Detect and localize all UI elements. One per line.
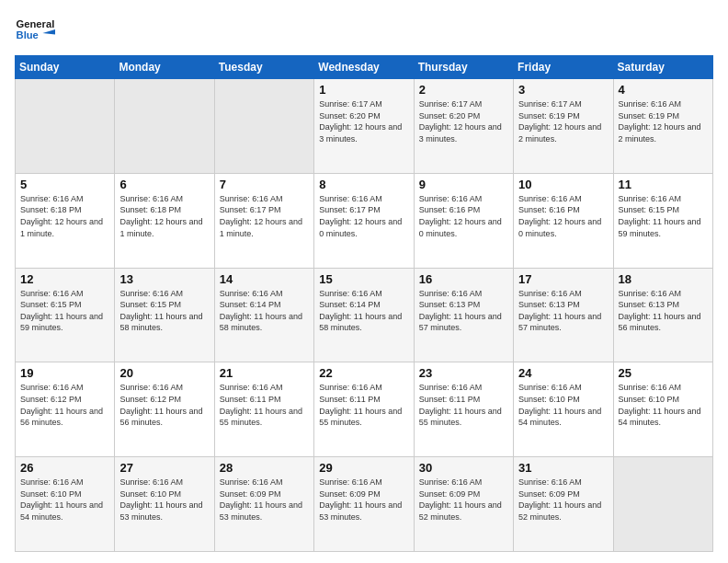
day-info: Sunrise: 6:16 AM Sunset: 6:10 PM Dayligh… — [119, 477, 209, 523]
day-number: 11 — [619, 178, 708, 191]
day-info: Sunrise: 6:16 AM Sunset: 6:10 PM Dayligh… — [20, 477, 109, 523]
calendar-cell: 20Sunrise: 6:16 AM Sunset: 6:12 PM Dayli… — [115, 362, 214, 457]
calendar-cell: 12Sunrise: 6:16 AM Sunset: 6:15 PM Dayli… — [16, 268, 115, 362]
day-number: 8 — [319, 178, 408, 191]
day-info: Sunrise: 6:16 AM Sunset: 6:17 PM Dayligh… — [319, 193, 408, 239]
day-number: 12 — [20, 272, 109, 286]
day-info: Sunrise: 6:16 AM Sunset: 6:18 PM Dayligh… — [119, 193, 209, 239]
calendar-cell — [613, 457, 712, 552]
weekday-header-wednesday: Wednesday — [314, 56, 414, 79]
day-number: 20 — [119, 366, 209, 380]
calendar-cell — [16, 79, 115, 174]
day-info: Sunrise: 6:16 AM Sunset: 6:13 PM Dayligh… — [419, 288, 508, 334]
day-info: Sunrise: 6:16 AM Sunset: 6:09 PM Dayligh… — [518, 477, 608, 523]
svg-text:General: General — [17, 18, 55, 29]
calendar-week-3: 12Sunrise: 6:16 AM Sunset: 6:15 PM Dayli… — [16, 268, 713, 362]
day-number: 19 — [20, 366, 109, 380]
day-info: Sunrise: 6:16 AM Sunset: 6:13 PM Dayligh… — [619, 288, 708, 334]
calendar-cell: 28Sunrise: 6:16 AM Sunset: 6:09 PM Dayli… — [214, 457, 313, 552]
calendar-cell: 16Sunrise: 6:16 AM Sunset: 6:13 PM Dayli… — [414, 268, 513, 362]
calendar-week-2: 5Sunrise: 6:16 AM Sunset: 6:18 PM Daylig… — [16, 173, 713, 268]
day-info: Sunrise: 6:16 AM Sunset: 6:19 PM Dayligh… — [619, 98, 708, 144]
day-number: 16 — [419, 272, 508, 286]
calendar-cell — [214, 79, 313, 174]
header: General Blue — [15, 11, 713, 48]
weekday-header-thursday: Thursday — [414, 56, 513, 79]
day-number: 7 — [220, 178, 309, 191]
calendar-cell: 29Sunrise: 6:16 AM Sunset: 6:09 PM Dayli… — [314, 457, 414, 552]
calendar-cell: 4Sunrise: 6:16 AM Sunset: 6:19 PM Daylig… — [613, 79, 712, 174]
day-number: 29 — [319, 461, 408, 475]
day-info: Sunrise: 6:16 AM Sunset: 6:12 PM Dayligh… — [119, 382, 209, 428]
day-info: Sunrise: 6:16 AM Sunset: 6:18 PM Dayligh… — [20, 193, 109, 239]
day-number: 17 — [518, 272, 608, 286]
day-number: 21 — [220, 366, 309, 380]
calendar-cell: 3Sunrise: 6:17 AM Sunset: 6:19 PM Daylig… — [514, 79, 613, 174]
day-number: 25 — [619, 366, 708, 380]
calendar-cell: 25Sunrise: 6:16 AM Sunset: 6:10 PM Dayli… — [613, 362, 712, 457]
calendar-cell: 19Sunrise: 6:16 AM Sunset: 6:12 PM Dayli… — [16, 362, 115, 457]
day-info: Sunrise: 6:16 AM Sunset: 6:15 PM Dayligh… — [619, 193, 708, 239]
day-info: Sunrise: 6:16 AM Sunset: 6:11 PM Dayligh… — [319, 382, 408, 428]
day-info: Sunrise: 6:16 AM Sunset: 6:09 PM Dayligh… — [319, 477, 408, 523]
calendar-cell: 22Sunrise: 6:16 AM Sunset: 6:11 PM Dayli… — [314, 362, 414, 457]
calendar-week-1: 1Sunrise: 6:17 AM Sunset: 6:20 PM Daylig… — [16, 79, 713, 174]
day-number: 18 — [619, 272, 708, 286]
calendar-cell: 11Sunrise: 6:16 AM Sunset: 6:15 PM Dayli… — [613, 173, 712, 268]
weekday-header-monday: Monday — [115, 56, 214, 79]
day-info: Sunrise: 6:16 AM Sunset: 6:12 PM Dayligh… — [20, 382, 109, 428]
day-number: 23 — [419, 366, 508, 380]
day-number: 22 — [319, 366, 408, 380]
day-info: Sunrise: 6:16 AM Sunset: 6:10 PM Dayligh… — [619, 382, 708, 428]
day-info: Sunrise: 6:16 AM Sunset: 6:16 PM Dayligh… — [518, 193, 608, 239]
calendar-cell: 14Sunrise: 6:16 AM Sunset: 6:14 PM Dayli… — [214, 268, 313, 362]
day-number: 30 — [419, 461, 508, 475]
calendar-week-5: 26Sunrise: 6:16 AM Sunset: 6:10 PM Dayli… — [16, 457, 713, 552]
day-info: Sunrise: 6:16 AM Sunset: 6:16 PM Dayligh… — [419, 193, 508, 239]
day-number: 28 — [220, 461, 309, 475]
calendar-header-row: SundayMondayTuesdayWednesdayThursdayFrid… — [16, 56, 713, 79]
calendar-cell: 5Sunrise: 6:16 AM Sunset: 6:18 PM Daylig… — [16, 173, 115, 268]
day-number: 27 — [119, 461, 209, 475]
calendar-cell: 27Sunrise: 6:16 AM Sunset: 6:10 PM Dayli… — [115, 457, 214, 552]
weekday-header-friday: Friday — [514, 56, 613, 79]
weekday-header-sunday: Sunday — [16, 56, 115, 79]
day-info: Sunrise: 6:16 AM Sunset: 6:13 PM Dayligh… — [518, 288, 608, 334]
page: General Blue SundayMondayTuesdayWednesda… — [0, 0, 728, 563]
calendar-cell: 10Sunrise: 6:16 AM Sunset: 6:16 PM Dayli… — [514, 173, 613, 268]
day-info: Sunrise: 6:17 AM Sunset: 6:19 PM Dayligh… — [518, 98, 608, 144]
svg-text:Blue: Blue — [17, 29, 39, 40]
day-info: Sunrise: 6:16 AM Sunset: 6:09 PM Dayligh… — [220, 477, 309, 523]
day-number: 1 — [319, 83, 408, 97]
calendar-cell: 6Sunrise: 6:16 AM Sunset: 6:18 PM Daylig… — [115, 173, 214, 268]
day-number: 4 — [619, 83, 708, 97]
day-info: Sunrise: 6:16 AM Sunset: 6:11 PM Dayligh… — [419, 382, 508, 428]
day-info: Sunrise: 6:16 AM Sunset: 6:15 PM Dayligh… — [119, 288, 209, 334]
day-number: 9 — [419, 178, 508, 191]
day-number: 15 — [319, 272, 408, 286]
calendar-cell — [115, 79, 214, 174]
calendar-cell: 8Sunrise: 6:16 AM Sunset: 6:17 PM Daylig… — [314, 173, 414, 268]
day-number: 5 — [20, 178, 109, 191]
weekday-header-tuesday: Tuesday — [214, 56, 313, 79]
day-number: 24 — [518, 366, 608, 380]
day-info: Sunrise: 6:16 AM Sunset: 6:11 PM Dayligh… — [220, 382, 309, 428]
day-number: 3 — [518, 83, 608, 97]
day-number: 26 — [20, 461, 109, 475]
day-info: Sunrise: 6:16 AM Sunset: 6:17 PM Dayligh… — [220, 193, 309, 239]
calendar-cell: 17Sunrise: 6:16 AM Sunset: 6:13 PM Dayli… — [514, 268, 613, 362]
calendar-cell: 30Sunrise: 6:16 AM Sunset: 6:09 PM Dayli… — [414, 457, 513, 552]
day-info: Sunrise: 6:17 AM Sunset: 6:20 PM Dayligh… — [419, 98, 508, 144]
calendar-table: SundayMondayTuesdayWednesdayThursdayFrid… — [15, 55, 713, 552]
calendar-cell: 1Sunrise: 6:17 AM Sunset: 6:20 PM Daylig… — [314, 79, 414, 174]
calendar-cell: 15Sunrise: 6:16 AM Sunset: 6:14 PM Dayli… — [314, 268, 414, 362]
calendar-cell: 31Sunrise: 6:16 AM Sunset: 6:09 PM Dayli… — [514, 457, 613, 552]
weekday-header-saturday: Saturday — [613, 56, 712, 79]
day-info: Sunrise: 6:16 AM Sunset: 6:14 PM Dayligh… — [220, 288, 309, 334]
day-number: 31 — [518, 461, 608, 475]
day-number: 13 — [119, 272, 209, 286]
calendar-cell: 7Sunrise: 6:16 AM Sunset: 6:17 PM Daylig… — [214, 173, 313, 268]
day-number: 2 — [419, 83, 508, 97]
calendar-cell: 24Sunrise: 6:16 AM Sunset: 6:10 PM Dayli… — [514, 362, 613, 457]
day-info: Sunrise: 6:16 AM Sunset: 6:15 PM Dayligh… — [20, 288, 109, 334]
